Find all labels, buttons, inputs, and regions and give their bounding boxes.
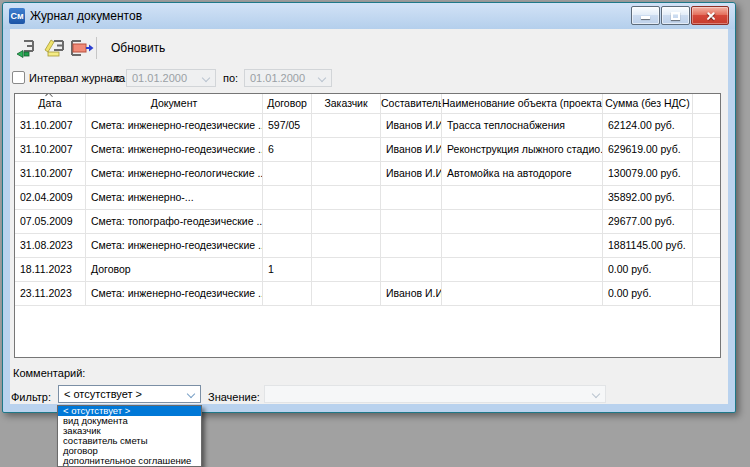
cell-object[interactable] xyxy=(442,258,603,281)
edit-document-icon[interactable] xyxy=(42,37,68,59)
column-header-contract[interactable]: Договор xyxy=(263,94,312,113)
column-header-sum[interactable]: Сумма (без НДС) xyxy=(603,94,693,113)
chevron-down-icon xyxy=(187,390,195,398)
cell-document[interactable]: Смета: инженерно-геодезические ... xyxy=(86,138,263,161)
filter-selected-value: < отсутствует > xyxy=(64,388,142,400)
cell-document[interactable]: Смета: инженерно-геологические ... xyxy=(86,162,263,185)
cell-sum[interactable]: 130079.00 руб. xyxy=(603,162,693,185)
dropdown-item[interactable]: составитель сметы xyxy=(58,436,201,446)
cell-sum[interactable]: 29677.00 руб. xyxy=(603,210,693,233)
cell-date[interactable]: 31.10.2007 xyxy=(15,138,86,161)
cell-customer[interactable] xyxy=(312,210,381,233)
cell-contract[interactable]: 1 xyxy=(263,258,312,281)
cell-object[interactable] xyxy=(442,210,603,233)
table-row[interactable]: 31.08.2023 Смета: инженерно-геодезически… xyxy=(15,234,720,258)
cell-date[interactable]: 31.08.2023 xyxy=(15,234,86,257)
cell-contract[interactable]: 597/05 xyxy=(263,114,312,137)
column-header-object[interactable]: Наименование объекта (проекта) xyxy=(442,94,603,113)
cell-customer[interactable] xyxy=(312,138,381,161)
cell-date[interactable]: 31.10.2007 xyxy=(15,114,86,137)
cell-author[interactable] xyxy=(381,186,442,209)
filter-dropdown-list: < отсутствует > вид документа заказчик с… xyxy=(57,405,202,467)
minimize-button[interactable] xyxy=(631,6,660,25)
cell-author[interactable] xyxy=(381,258,442,281)
cell-document[interactable]: Смета: инженерно-геодезические ... xyxy=(86,234,263,257)
cell-date[interactable]: 31.10.2007 xyxy=(15,162,86,185)
cell-date[interactable]: 07.05.2009 xyxy=(15,210,86,233)
cell-contract[interactable] xyxy=(263,210,312,233)
dropdown-item[interactable]: заказчик xyxy=(58,426,201,436)
cell-author[interactable] xyxy=(381,210,442,233)
table-row[interactable]: 31.10.2007 Смета: инженерно-геодезически… xyxy=(15,138,720,162)
cell-contract[interactable] xyxy=(263,186,312,209)
date-to-label: по: xyxy=(223,72,238,84)
dropdown-item[interactable]: < отсутствует > xyxy=(58,406,201,416)
cell-author[interactable]: Иванов И.И. xyxy=(381,282,442,305)
cell-sum[interactable]: 35892.00 руб. xyxy=(603,186,693,209)
cell-object[interactable] xyxy=(442,234,603,257)
column-header-filler xyxy=(693,94,720,113)
cell-sum[interactable]: 62124.00 руб. xyxy=(603,114,693,137)
refresh-button[interactable]: Обновить xyxy=(107,37,169,59)
close-button[interactable] xyxy=(691,6,729,25)
window-title: Журнал документов xyxy=(30,3,142,29)
exit-journal-icon[interactable] xyxy=(16,37,42,59)
cell-sum[interactable]: 0.00 руб. xyxy=(603,258,693,281)
cell-date[interactable]: 23.11.2023 xyxy=(15,282,86,305)
cell-object[interactable]: Автомойка на автодороге xyxy=(442,162,603,185)
cell-object[interactable] xyxy=(442,186,603,209)
cell-customer[interactable] xyxy=(312,282,381,305)
cell-customer[interactable] xyxy=(312,234,381,257)
cell-author[interactable]: Иванов И.И. xyxy=(381,114,442,137)
cell-customer[interactable] xyxy=(312,186,381,209)
cell-document[interactable]: Смета: инженерно-геодезические ... xyxy=(86,282,263,305)
cell-customer[interactable] xyxy=(312,162,381,185)
cell-customer[interactable] xyxy=(312,114,381,137)
date-from-label: с: xyxy=(115,72,124,84)
table-row[interactable]: 02.04.2009 Смета: инженерно-... 35892.00… xyxy=(15,186,720,210)
dropdown-item[interactable]: договор xyxy=(58,446,201,456)
cell-customer[interactable] xyxy=(312,258,381,281)
cell-author[interactable]: Иванов И.И. xyxy=(381,138,442,161)
cell-object[interactable] xyxy=(442,282,603,305)
value-label: Значение: xyxy=(208,388,260,407)
cell-sum[interactable]: 0.00 руб. xyxy=(603,282,693,305)
table-row[interactable]: 31.10.2007 Смета: инженерно-геологически… xyxy=(15,162,720,186)
cell-contract[interactable] xyxy=(263,162,312,185)
maximize-button[interactable] xyxy=(661,6,690,25)
cell-document[interactable]: Смета: инженерно-геодезические ... xyxy=(86,114,263,137)
dropdown-item[interactable]: дополнительное соглашение xyxy=(58,456,201,466)
maximize-icon xyxy=(671,12,680,20)
cell-contract[interactable] xyxy=(263,234,312,257)
cell-document[interactable]: Договор xyxy=(86,258,263,281)
column-header-author[interactable]: Составитель xyxy=(381,94,442,113)
dropdown-item[interactable]: вид документа xyxy=(58,416,201,426)
column-header-customer[interactable]: Заказчик xyxy=(312,94,381,113)
cell-object[interactable]: Реконструкция лыжного стадио... xyxy=(442,138,603,161)
chevron-down-icon xyxy=(592,390,600,398)
cell-document[interactable]: Смета: инженерно-... xyxy=(86,186,263,209)
cell-contract[interactable] xyxy=(263,282,312,305)
titlebar[interactable]: См Журнал документов xyxy=(3,3,735,29)
table-row[interactable]: 31.10.2007 Смета: инженерно-геодезически… xyxy=(15,114,720,138)
table-row[interactable]: 07.05.2009 Смета: топографо-геодезически… xyxy=(15,210,720,234)
filter-select[interactable]: < отсутствует > xyxy=(58,385,201,403)
interval-checkbox[interactable] xyxy=(12,71,25,84)
cell-document[interactable]: Смета: топографо-геодезические ... xyxy=(86,210,263,233)
cell-author[interactable] xyxy=(381,234,442,257)
filter-label: Фильтр: xyxy=(11,388,51,407)
table-row[interactable]: 23.11.2023 Смета: инженерно-геодезически… xyxy=(15,282,720,306)
open-document-icon[interactable] xyxy=(68,37,94,59)
cell-author[interactable]: Иванов И.И. xyxy=(381,162,442,185)
table-row[interactable]: 18.11.2023 Договор 1 0.00 руб. xyxy=(15,258,720,282)
column-header-date[interactable]: Дата xyxy=(15,94,86,113)
date-from-select: 01.01.2000 xyxy=(126,69,216,87)
cell-sum[interactable]: 1881145.00 руб. xyxy=(603,234,693,257)
cell-contract[interactable]: 6 xyxy=(263,138,312,161)
cell-object[interactable]: Трасса теплоснабжения xyxy=(442,114,603,137)
cell-date[interactable]: 02.04.2009 xyxy=(15,186,86,209)
comment-label: Комментарий: xyxy=(13,367,85,379)
cell-date[interactable]: 18.11.2023 xyxy=(15,258,86,281)
cell-sum[interactable]: 629619.00 руб. xyxy=(603,138,693,161)
column-header-document[interactable]: Документ xyxy=(86,94,263,113)
